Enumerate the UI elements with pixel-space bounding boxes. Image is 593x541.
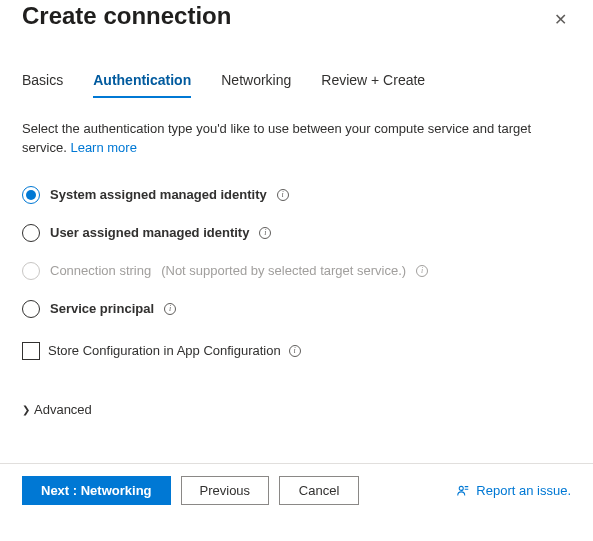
- page-title: Create connection: [22, 2, 231, 30]
- checkbox-icon[interactable]: [22, 342, 40, 360]
- radio-icon: [22, 186, 40, 204]
- next-button[interactable]: Next : Networking: [22, 476, 171, 505]
- info-icon[interactable]: i: [259, 227, 271, 239]
- store-config-label: Store Configuration in App Configuration: [48, 343, 281, 358]
- tab-basics[interactable]: Basics: [22, 66, 63, 98]
- radio-label: User assigned managed identity: [50, 225, 249, 240]
- report-issue-link[interactable]: Report an issue.: [456, 483, 571, 498]
- radio-connection-string: Connection string(Not supported by selec…: [22, 262, 571, 280]
- feedback-icon: [456, 484, 470, 498]
- info-icon[interactable]: i: [164, 303, 176, 315]
- info-icon[interactable]: i: [277, 189, 289, 201]
- learn-more-link[interactable]: Learn more: [70, 140, 136, 155]
- tab-authentication[interactable]: Authentication: [93, 66, 191, 98]
- description-text: Select the authentication type you'd lik…: [22, 120, 571, 158]
- radio-system-identity[interactable]: System assigned managed identity i: [22, 186, 571, 204]
- chevron-right-icon: ❯: [22, 404, 30, 415]
- svg-point-0: [460, 486, 464, 490]
- auth-type-group: System assigned managed identity i User …: [22, 186, 571, 318]
- radio-icon: [22, 224, 40, 242]
- tab-bar: Basics Authentication Networking Review …: [22, 66, 571, 98]
- report-issue-label: Report an issue.: [476, 483, 571, 498]
- close-icon[interactable]: ✕: [550, 8, 571, 32]
- radio-icon: [22, 300, 40, 318]
- radio-label: Service principal: [50, 301, 154, 316]
- advanced-label: Advanced: [34, 402, 92, 417]
- tab-review-create[interactable]: Review + Create: [321, 66, 425, 98]
- radio-label: System assigned managed identity: [50, 187, 267, 202]
- cancel-button[interactable]: Cancel: [279, 476, 359, 505]
- radio-icon: [22, 262, 40, 280]
- radio-user-identity[interactable]: User assigned managed identity i: [22, 224, 571, 242]
- previous-button[interactable]: Previous: [181, 476, 270, 505]
- info-icon[interactable]: i: [289, 345, 301, 357]
- advanced-toggle[interactable]: ❯ Advanced: [22, 402, 571, 417]
- info-icon[interactable]: i: [416, 265, 428, 277]
- footer-bar: Next : Networking Previous Cancel Report…: [0, 463, 593, 505]
- radio-service-principal[interactable]: Service principal i: [22, 300, 571, 318]
- radio-label: Connection string: [50, 263, 151, 278]
- store-config-row[interactable]: Store Configuration in App Configuration…: [22, 342, 571, 360]
- radio-hint: (Not supported by selected target servic…: [161, 263, 406, 278]
- tab-networking[interactable]: Networking: [221, 66, 291, 98]
